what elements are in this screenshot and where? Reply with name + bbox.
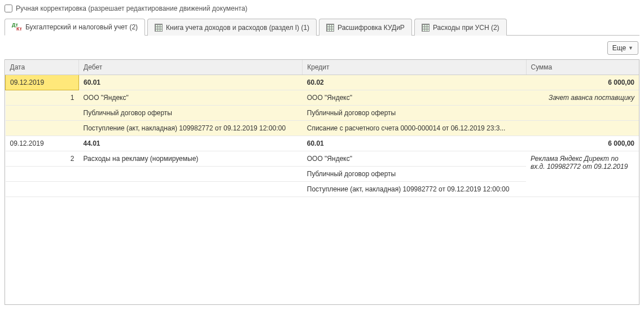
tab-label: Расшифровка КУДиР <box>338 24 405 32</box>
cell-num: 1 <box>6 90 79 106</box>
col-debit[interactable]: Дебет <box>79 60 303 75</box>
cell-debit-line: Поступление (акт, накладная) 109982772 о… <box>79 121 303 136</box>
cell-debit-line: Расходы на рекламу (нормируемые) <box>79 151 303 167</box>
tab-label: Книга учета доходов и расходов (раздел I… <box>166 24 309 32</box>
table-row[interactable]: Публичный договор оферты Публичный догов… <box>6 106 639 121</box>
tab-usn-expenses[interactable]: Расходы при УСН (2) <box>414 19 507 36</box>
table-row[interactable]: 2 Расходы на рекламу (нормируемые) ООО "… <box>6 151 639 167</box>
cell-credit-line: Поступление (акт, накладная) 109982772 о… <box>303 182 526 197</box>
cell-date: 09.12.2019 <box>6 75 79 90</box>
manual-correction-label: Ручная корректировка (разрешает редактир… <box>16 5 247 12</box>
cell-desc: Реклама Яндекс Директ по вх.д. 109982772… <box>526 151 639 197</box>
table-row[interactable]: 09.12.2019 60.01 60.02 6 000,00 <box>6 75 639 90</box>
cell-debit-line: ООО "Яндекс" <box>79 90 303 106</box>
cell-credit-line: Публичный договор оферты <box>303 106 526 121</box>
cell-num: 2 <box>6 151 79 167</box>
tab-kudir-detail[interactable]: Расшифровка КУДиР <box>319 19 412 36</box>
book-icon <box>155 24 163 32</box>
cell-credit-line: Списание с расчетного счета 0000-000014 … <box>303 121 526 136</box>
tab-label: Бухгалтерский и налоговый учет (2) <box>25 23 138 31</box>
cell-debit-line: Публичный договор оферты <box>79 106 303 121</box>
chevron-down-icon: ▼ <box>628 45 633 51</box>
cell-empty <box>6 106 79 121</box>
tab-accounting[interactable]: ДтКт Бухгалтерский и налоговый учет (2) <box>5 19 145 36</box>
entries-grid: Дата Дебет Кредит Сумма 09.12.2019 60.01… <box>5 59 639 305</box>
cell-empty <box>6 121 79 136</box>
tab-label: Расходы при УСН (2) <box>433 24 500 32</box>
col-credit[interactable]: Кредит <box>303 60 526 75</box>
cell-empty <box>79 167 303 182</box>
cell-empty <box>6 167 79 182</box>
cell-credit-line: Публичный договор оферты <box>303 167 526 182</box>
table-row[interactable]: 09.12.2019 44.01 60.01 6 000,00 <box>6 136 639 151</box>
tabs: ДтКт Бухгалтерский и налоговый учет (2) … <box>5 18 639 36</box>
toolbar: Еще ▼ <box>5 36 639 59</box>
cell-empty <box>526 106 639 121</box>
cell-debit-acct: 44.01 <box>79 136 303 151</box>
spacer-row <box>6 197 639 304</box>
table-row[interactable]: Поступление (акт, накладная) 109982772 о… <box>6 121 639 136</box>
header-row: Дата Дебет Кредит Сумма <box>6 60 639 75</box>
table-row[interactable]: 1 ООО "Яндекс" ООО "Яндекс" Зачет аванса… <box>6 90 639 106</box>
cell-sum: 6 000,00 <box>526 75 639 90</box>
more-button[interactable]: Еще ▼ <box>607 41 638 55</box>
cell-credit-line: ООО "Яндекс" <box>303 90 526 106</box>
cell-desc: Зачет аванса поставщику <box>526 90 639 106</box>
cell-credit-acct: 60.01 <box>303 136 526 151</box>
cell-date: 09.12.2019 <box>6 136 79 151</box>
cell-credit-line: ООО "Яндекс" <box>303 151 526 167</box>
cell-empty <box>526 121 639 136</box>
manual-correction-row: Ручная корректировка (разрешает редактир… <box>5 5 639 12</box>
cell-sum: 6 000,00 <box>526 136 639 151</box>
dtkt-icon: ДтКт <box>12 23 22 32</box>
col-date[interactable]: Дата <box>6 60 79 75</box>
more-label: Еще <box>612 44 626 52</box>
col-sum[interactable]: Сумма <box>526 60 639 75</box>
cell-empty <box>79 182 303 197</box>
manual-correction-checkbox[interactable] <box>5 5 12 12</box>
book-icon <box>422 24 430 32</box>
cell-credit-acct: 60.02 <box>303 75 526 90</box>
grid-icon <box>326 24 334 32</box>
cell-empty <box>6 182 79 197</box>
tab-income-book[interactable]: Книга учета доходов и расходов (раздел I… <box>147 19 317 36</box>
cell-debit-acct: 60.01 <box>79 75 303 90</box>
